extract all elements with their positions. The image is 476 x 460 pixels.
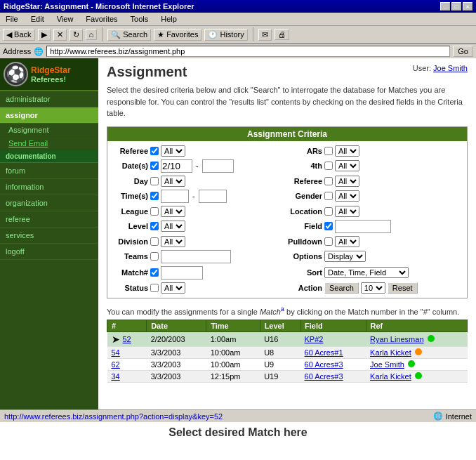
menu-favorites[interactable]: Favorites [83, 14, 120, 24]
gender-checkbox[interactable] [324, 192, 333, 200]
ars-select[interactable]: All [335, 145, 359, 157]
sidebar-item-referee[interactable]: referee [0, 211, 98, 228]
criterion-4th: 4th All [287, 159, 461, 173]
gender-label: Gender [287, 192, 322, 200]
level-checkbox[interactable] [150, 222, 159, 230]
date-from-input[interactable] [161, 159, 192, 173]
mail-button[interactable]: ✉ [258, 29, 272, 41]
sidebar-item-organization[interactable]: organization [0, 195, 98, 211]
criterion-level: Level All [113, 219, 287, 233]
division-select[interactable]: All [161, 236, 185, 247]
4th-select[interactable]: All [335, 160, 359, 171]
stop-button[interactable]: ✕ [53, 29, 67, 41]
ref-link[interactable]: Karla Kicket [370, 372, 411, 381]
league-checkbox[interactable] [150, 207, 159, 216]
sidebar-item-assignor[interactable]: assignor [0, 107, 98, 124]
address-input[interactable] [46, 46, 450, 57]
go-button[interactable]: Go [453, 46, 473, 57]
matchnum-checkbox[interactable] [150, 268, 159, 277]
back-button[interactable]: ◀ Back [3, 29, 35, 41]
field-link[interactable]: 60 Acres#1 [305, 348, 343, 357]
field-checkbox[interactable] [324, 222, 333, 230]
search-button[interactable]: Search [324, 282, 359, 294]
sort-select[interactable]: Date, Time, Field [324, 267, 409, 278]
reset-button[interactable]: Reset [388, 282, 418, 294]
menu-file[interactable]: File [3, 14, 21, 24]
date-to-input[interactable] [202, 159, 234, 173]
criteria-table: Assignment Criteria Referee All [107, 126, 468, 298]
menu-edit[interactable]: Edit [28, 14, 47, 24]
dates-checkbox[interactable] [150, 162, 159, 170]
user-link[interactable]: Joe Smith [433, 64, 468, 72]
favorites-toolbar-button[interactable]: ★ Favorites [154, 29, 201, 41]
field-link[interactable]: 60 Acres#3 [305, 360, 343, 369]
menu-tools[interactable]: Tools [128, 14, 152, 24]
ref-link[interactable]: Karla Kicket [370, 348, 411, 357]
sidebar-item-send-email[interactable]: Send Email [0, 137, 98, 150]
ref-link[interactable]: Ryan Linesman [370, 335, 423, 343]
referee-right-checkbox[interactable] [324, 177, 333, 185]
minimize-button[interactable]: _ [440, 2, 450, 11]
close-button[interactable]: × [463, 2, 472, 11]
options-select[interactable]: Display [324, 251, 366, 262]
location-checkbox[interactable] [324, 207, 333, 216]
criterion-gender: Gender All [287, 189, 461, 203]
referee-checkbox[interactable] [150, 147, 159, 155]
sidebar-item-logoff[interactable]: logoff [0, 244, 98, 260]
forward-button[interactable]: ▶ [38, 29, 51, 41]
sort-label: Sort [287, 268, 322, 277]
field-input[interactable] [335, 220, 391, 233]
status-checkbox[interactable] [150, 284, 159, 292]
teams-checkbox[interactable] [150, 252, 159, 261]
sidebar-item-information[interactable]: information [0, 179, 98, 195]
menu-help[interactable]: Help [158, 14, 180, 24]
pulldown-checkbox[interactable] [324, 237, 333, 246]
sidebar-item-assignment[interactable]: Assignment [0, 124, 98, 137]
match-num-link[interactable]: 62 [112, 360, 120, 369]
pulldown-select[interactable]: All [335, 236, 359, 247]
arrow-indicator: ➤ [112, 334, 120, 345]
time-from-input[interactable] [161, 190, 189, 203]
level-select[interactable]: All [161, 221, 185, 232]
match-num-link[interactable]: 54 [112, 348, 120, 357]
ref-link[interactable]: Joe Smith [370, 360, 404, 369]
time-to-input[interactable] [199, 190, 227, 203]
match-time: 10:00am [206, 359, 260, 371]
results-count-select[interactable]: 102550 [361, 282, 385, 294]
sidebar-item-services[interactable]: services [0, 228, 98, 244]
refresh-button[interactable]: ↻ [70, 29, 83, 41]
criterion-league: League All [113, 204, 287, 218]
day-checkbox[interactable] [150, 177, 159, 185]
maximize-button[interactable]: □ [451, 2, 461, 11]
league-select[interactable]: All [161, 206, 185, 217]
menu-view[interactable]: View [54, 14, 77, 24]
referee-right-select[interactable]: All [335, 176, 359, 187]
internet-icon: 🌐 [433, 412, 443, 421]
status-select[interactable]: All [161, 282, 185, 294]
time-dash: - [192, 192, 195, 200]
referee-select[interactable]: All [161, 145, 185, 157]
match-date: 3/3/2003 [147, 347, 206, 359]
match-num-link[interactable]: 52 [123, 335, 131, 343]
location-select[interactable]: All [335, 206, 359, 217]
history-button[interactable]: 🕐 History [204, 29, 247, 41]
field-link[interactable]: KP#2 [305, 335, 324, 343]
4th-checkbox[interactable] [324, 162, 333, 170]
ars-checkbox[interactable] [324, 147, 333, 155]
sidebar-item-forum[interactable]: forum [0, 163, 98, 179]
window-controls[interactable]: _ □ × [440, 2, 472, 11]
division-checkbox[interactable] [150, 237, 159, 246]
day-select[interactable]: All [161, 176, 185, 187]
home-button[interactable]: ⌂ [86, 29, 98, 40]
search-toolbar-button[interactable]: 🔍 Search [107, 29, 151, 41]
matchnum-input[interactable] [161, 266, 203, 280]
times-checkbox[interactable] [150, 192, 159, 200]
gender-select[interactable]: All [335, 190, 359, 202]
sidebar-item-administrator[interactable]: administrator [0, 91, 98, 107]
match-num-link[interactable]: 34 [112, 372, 120, 381]
print-button[interactable]: 🖨 [275, 29, 289, 40]
field-link[interactable]: 60 Acres#3 [305, 372, 343, 381]
match-superscript[interactable]: a [281, 305, 284, 313]
teams-input[interactable] [161, 250, 231, 263]
results-note: You can modify the assignments for a sin… [107, 305, 468, 316]
